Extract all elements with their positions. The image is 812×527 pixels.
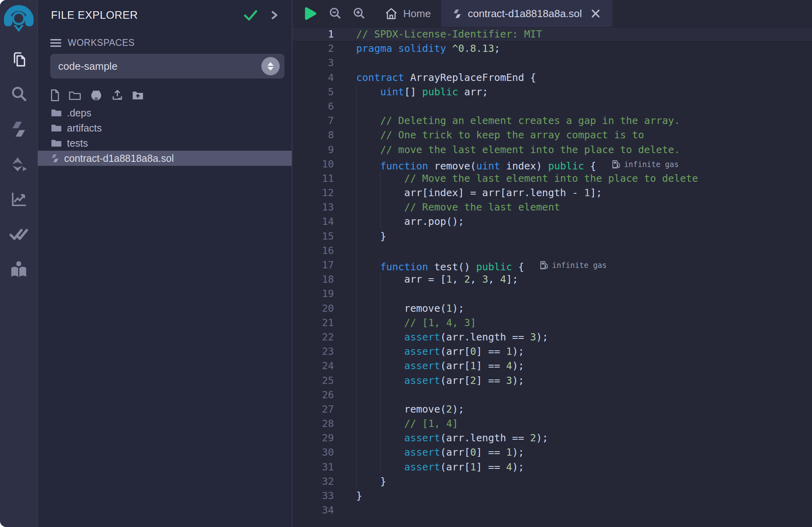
code-line[interactable]: 27 remove(2); bbox=[292, 402, 812, 417]
sidebar-item-unit-testing[interactable] bbox=[0, 217, 37, 252]
code-line[interactable]: 6 bbox=[292, 99, 812, 114]
line-number[interactable]: 28 bbox=[292, 417, 356, 431]
line-number[interactable]: 11 bbox=[292, 171, 356, 186]
code-line[interactable]: 3 bbox=[292, 56, 812, 70]
workspaces-menu-icon[interactable] bbox=[50, 39, 61, 47]
code-line[interactable]: 2pragma solidity ^0.8.13; bbox=[292, 41, 812, 56]
line-number[interactable]: 30 bbox=[292, 445, 356, 460]
code-line[interactable]: 25 assert(arr[2] == 3); bbox=[292, 374, 812, 388]
code-line[interactable]: 30 assert(arr[0] == 1); bbox=[292, 445, 812, 460]
code-line[interactable]: 7 // Deleting an element creates a gap i… bbox=[292, 114, 812, 128]
new-file-icon[interactable] bbox=[50, 89, 60, 101]
new-folder-icon[interactable] bbox=[69, 90, 81, 100]
line-number[interactable]: 5 bbox=[292, 85, 356, 99]
accept-check-icon[interactable] bbox=[244, 10, 257, 21]
code-line[interactable]: 32 } bbox=[292, 474, 812, 489]
line-number[interactable]: 17 bbox=[292, 258, 356, 272]
code-line[interactable]: 22 assert(arr.length == 3); bbox=[292, 330, 812, 344]
run-play-icon[interactable] bbox=[304, 6, 317, 21]
code-line[interactable]: 15 } bbox=[292, 229, 812, 244]
line-number[interactable]: 21 bbox=[292, 316, 356, 330]
code-line[interactable]: 4contract ArrayReplaceFromEnd { bbox=[292, 71, 812, 85]
line-number[interactable]: 3 bbox=[292, 56, 356, 70]
code-line[interactable]: 18 arr = [1, 2, 3, 4]; bbox=[292, 272, 812, 287]
sidebar-item-deploy-and-run[interactable] bbox=[0, 147, 37, 182]
line-number[interactable]: 1 bbox=[292, 27, 356, 41]
search-icon bbox=[10, 85, 27, 103]
code-line-text: arr = [1, 2, 3, 4]; bbox=[356, 272, 812, 287]
line-number[interactable]: 16 bbox=[292, 244, 356, 258]
code-line[interactable]: 11 // Move the last element into the pla… bbox=[292, 171, 812, 186]
code-line[interactable]: 13 // Remove the last element bbox=[292, 200, 812, 214]
code-line[interactable]: 9 // move the last element into the plac… bbox=[292, 143, 812, 157]
file-explorer-panel: FILE EXPLORER bbox=[38, 0, 292, 527]
code-line[interactable]: 29 assert(arr.length == 2); bbox=[292, 431, 812, 445]
line-number[interactable]: 33 bbox=[292, 489, 356, 503]
code-line[interactable]: 17 function test() public {infinite gas bbox=[292, 258, 812, 272]
github-icon[interactable] bbox=[90, 89, 102, 101]
line-number[interactable]: 34 bbox=[292, 503, 356, 517]
line-number[interactable]: 8 bbox=[292, 128, 356, 142]
sidebar-item-search[interactable] bbox=[0, 77, 37, 112]
tree-item-artifacts[interactable]: artifacts bbox=[38, 120, 292, 136]
line-number[interactable]: 10 bbox=[292, 157, 356, 171]
line-number[interactable]: 18 bbox=[292, 272, 356, 287]
workspace-select[interactable]: code-sample bbox=[50, 54, 284, 79]
sidebar-item-statistics[interactable] bbox=[0, 182, 37, 217]
zoom-out-icon[interactable] bbox=[328, 7, 342, 20]
sidebar-item-file-explorer[interactable] bbox=[0, 41, 37, 77]
line-number[interactable]: 6 bbox=[292, 99, 356, 114]
code-line[interactable]: 5 uint[] public arr; bbox=[292, 85, 812, 99]
code-line[interactable]: 33} bbox=[292, 489, 812, 503]
line-number[interactable]: 26 bbox=[292, 388, 356, 402]
code-line[interactable]: 10 function remove(uint index) public {i… bbox=[292, 157, 812, 171]
line-number[interactable]: 25 bbox=[292, 374, 356, 388]
code-line[interactable]: 12 arr[index] = arr[arr.length - 1]; bbox=[292, 186, 812, 200]
close-icon[interactable] bbox=[591, 9, 600, 18]
tab-home[interactable]: Home bbox=[375, 0, 441, 27]
code-line[interactable]: 20 remove(1); bbox=[292, 301, 812, 316]
remix-logo[interactable] bbox=[4, 0, 33, 41]
line-number[interactable]: 20 bbox=[292, 301, 356, 316]
line-number[interactable]: 27 bbox=[292, 402, 356, 417]
sidebar-item-solidity-compiler[interactable] bbox=[0, 112, 37, 147]
line-number[interactable]: 12 bbox=[292, 186, 356, 200]
code-line[interactable]: 19 bbox=[292, 287, 812, 301]
line-number[interactable]: 9 bbox=[292, 143, 356, 157]
code-line[interactable]: 14 arr.pop(); bbox=[292, 214, 812, 229]
code-line[interactable]: 21 // [1, 4, 3] bbox=[292, 316, 812, 330]
chevron-right-icon[interactable] bbox=[271, 10, 278, 21]
code-line[interactable]: 34 bbox=[292, 503, 812, 517]
code-line[interactable]: 16 bbox=[292, 244, 812, 258]
code-line[interactable]: 1// SPDX-License-Identifier: MIT bbox=[292, 27, 812, 41]
line-number[interactable]: 29 bbox=[292, 431, 356, 445]
tree-item-tests[interactable]: tests bbox=[38, 136, 292, 151]
tree-item-deps[interactable]: .deps bbox=[38, 105, 292, 120]
upload-folder-icon[interactable] bbox=[132, 90, 143, 100]
code-line[interactable]: 8 // One trick to keep the array compact… bbox=[292, 128, 812, 142]
line-number[interactable]: 24 bbox=[292, 359, 356, 373]
sidebar-item-learn[interactable] bbox=[0, 252, 37, 287]
upload-file-icon[interactable] bbox=[112, 89, 123, 101]
line-number[interactable]: 31 bbox=[292, 460, 356, 474]
code-line[interactable]: 28 // [1, 4] bbox=[292, 417, 812, 431]
line-number[interactable]: 22 bbox=[292, 330, 356, 344]
zoom-in-icon[interactable] bbox=[352, 7, 366, 20]
tab-contract-file[interactable]: contract-d1a8818a8a.sol bbox=[441, 0, 612, 27]
line-number[interactable]: 23 bbox=[292, 344, 356, 359]
line-number[interactable]: 15 bbox=[292, 229, 356, 244]
line-number[interactable]: 14 bbox=[292, 214, 356, 229]
line-number[interactable]: 4 bbox=[292, 71, 356, 85]
line-number[interactable]: 13 bbox=[292, 200, 356, 214]
code-line[interactable]: 31 assert(arr[1] == 4); bbox=[292, 460, 812, 474]
code-line[interactable]: 23 assert(arr[0] == 1); bbox=[292, 344, 812, 359]
code-editor[interactable]: 1// SPDX-License-Identifier: MIT2pragma … bbox=[292, 27, 812, 527]
line-number[interactable]: 19 bbox=[292, 287, 356, 301]
line-number[interactable]: 7 bbox=[292, 114, 356, 128]
code-line[interactable]: 24 assert(arr[1] == 4); bbox=[292, 359, 812, 373]
line-number[interactable]: 2 bbox=[292, 41, 356, 56]
tree-item-contract-file[interactable]: contract-d1a8818a8a.sol bbox=[38, 151, 292, 166]
code-line[interactable]: 26 bbox=[292, 388, 812, 402]
line-number[interactable]: 32 bbox=[292, 474, 356, 489]
code-line-text: function test() public {infinite gas bbox=[356, 258, 812, 272]
